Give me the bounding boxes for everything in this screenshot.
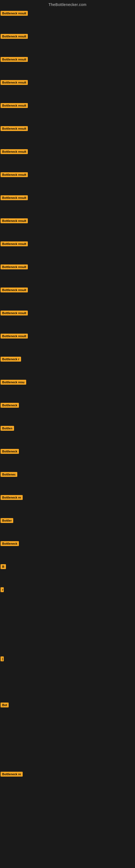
result-row-29: |: [0, 654, 135, 677]
bottleneck-badge-13[interactable]: Bottleneck result: [1, 287, 28, 292]
rows-container: Bottleneck resultBottleneck resultBottle…: [0, 9, 135, 839]
result-row-5: Bottleneck result: [0, 101, 135, 124]
result-row-2: Bottleneck result: [0, 32, 135, 55]
result-row-28: [0, 631, 135, 654]
site-title: TheBottlenecker.com: [48, 0, 86, 9]
result-row-22: Bottleneck re: [0, 493, 135, 516]
result-row-24: Bottleneck: [0, 539, 135, 562]
bottleneck-badge-18[interactable]: Bottleneck: [1, 403, 19, 408]
result-row-4: Bottleneck result: [0, 78, 135, 101]
result-row-20: Bottleneck: [0, 447, 135, 470]
bottleneck-badge-5[interactable]: Bottleneck result: [1, 103, 28, 108]
bottleneck-badge-14[interactable]: Bottleneck result: [1, 311, 28, 315]
result-row-1: Bottleneck result: [0, 9, 135, 32]
result-row-15: Bottleneck result: [0, 332, 135, 354]
bottleneck-badge-1[interactable]: Bottleneck result: [1, 11, 28, 16]
bottleneck-badge-12[interactable]: Bottleneck result: [1, 265, 28, 269]
bottleneck-badge-25[interactable]: B: [1, 564, 6, 569]
bottleneck-badge-16[interactable]: Bottleneck r: [1, 357, 21, 362]
result-row-6: Bottleneck result: [0, 124, 135, 147]
bottleneck-badge-31[interactable]: Bot: [1, 703, 9, 707]
result-row-30: [0, 677, 135, 701]
result-row-26: r: [0, 585, 135, 608]
bottleneck-badge-9[interactable]: Bottleneck result: [1, 195, 28, 200]
result-row-17: Bottleneck resu: [0, 378, 135, 401]
bottleneck-badge-22[interactable]: Bottleneck re: [1, 495, 23, 500]
bottleneck-badge-4[interactable]: Bottleneck result: [1, 80, 28, 85]
result-row-3: Bottleneck result: [0, 55, 135, 78]
result-row-32: [0, 723, 135, 746]
bottleneck-badge-17[interactable]: Bottleneck resu: [1, 380, 26, 384]
result-row-31: Bot: [0, 701, 135, 723]
result-row-12: Bottleneck result: [0, 262, 135, 285]
result-row-21: Bottlenec: [0, 470, 135, 493]
result-row-9: Bottleneck result: [0, 193, 135, 216]
bottleneck-badge-29[interactable]: |: [1, 656, 4, 661]
result-row-25: B: [0, 562, 135, 585]
bottleneck-badge-6[interactable]: Bottleneck result: [1, 126, 28, 131]
bottleneck-badge-8[interactable]: Bottleneck result: [1, 172, 28, 177]
result-row-18: Bottleneck: [0, 401, 135, 424]
result-row-11: Bottleneck result: [0, 239, 135, 262]
result-row-19: Bottlen: [0, 424, 135, 447]
bottleneck-badge-26[interactable]: r: [1, 587, 4, 592]
site-title-container: TheBottlenecker.com: [0, 0, 135, 9]
result-row-8: Bottleneck result: [0, 170, 135, 193]
bottleneck-badge-19[interactable]: Bottlen: [1, 426, 14, 431]
bottleneck-badge-11[interactable]: Bottleneck result: [1, 241, 28, 246]
bottleneck-badge-21[interactable]: Bottlenec: [1, 472, 17, 477]
bottleneck-badge-24[interactable]: Bottleneck: [1, 541, 19, 546]
result-row-10: Bottleneck result: [0, 216, 135, 239]
result-row-35: [0, 793, 135, 816]
result-row-36: [0, 816, 135, 839]
bottleneck-badge-2[interactable]: Bottleneck result: [1, 34, 28, 39]
bottleneck-badge-15[interactable]: Bottleneck result: [1, 334, 28, 339]
result-row-13: Bottleneck result: [0, 285, 135, 308]
result-row-7: Bottleneck result: [0, 147, 135, 170]
result-row-33: [0, 746, 135, 770]
bottleneck-badge-7[interactable]: Bottleneck result: [1, 149, 28, 154]
bottleneck-badge-34[interactable]: Bottleneck re: [1, 772, 23, 777]
bottleneck-badge-3[interactable]: Bottleneck result: [1, 57, 28, 62]
bottleneck-badge-23[interactable]: Bottler: [1, 518, 13, 523]
result-row-23: Bottler: [0, 516, 135, 539]
result-row-27: [0, 608, 135, 631]
result-row-34: Bottleneck re: [0, 770, 135, 793]
bottleneck-badge-20[interactable]: Bottleneck: [1, 449, 19, 454]
bottleneck-badge-10[interactable]: Bottleneck result: [1, 218, 28, 223]
result-row-14: Bottleneck result: [0, 308, 135, 332]
result-row-16: Bottleneck r: [0, 354, 135, 378]
